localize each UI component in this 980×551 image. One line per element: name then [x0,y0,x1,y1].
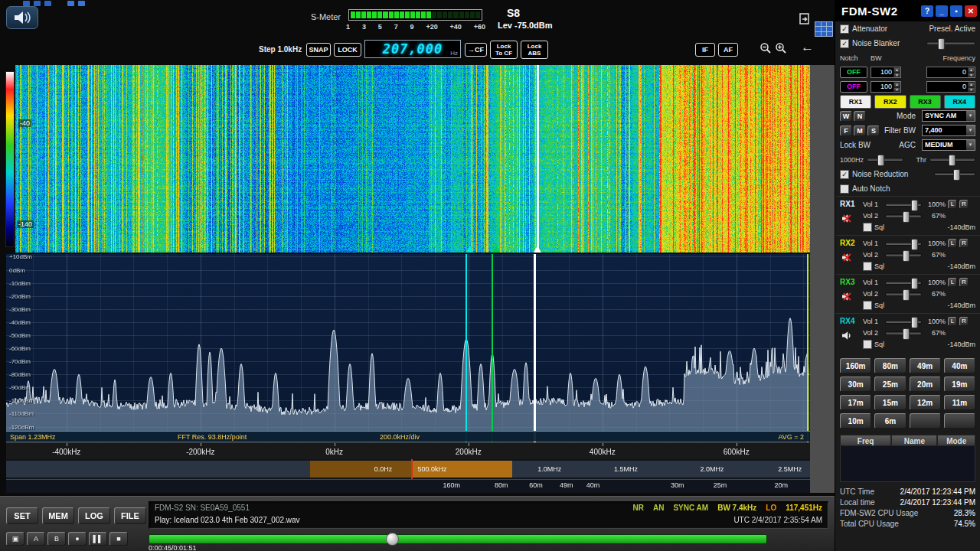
right-channel-button[interactable]: R [959,317,969,326]
band-button-empty[interactable] [944,413,975,429]
stop-button[interactable]: ■ [109,532,128,546]
af-spectrum-button[interactable]: AF [718,43,738,57]
lock-button[interactable]: LOCK [334,43,361,57]
bottom-button-mem[interactable]: MEM [42,507,74,524]
speaker-muted-icon[interactable] [841,214,852,225]
slider-thumb[interactable] [911,317,918,328]
filter-bw-dropdown[interactable]: 7,400 [922,125,975,136]
slider-thumb[interactable] [903,211,910,223]
lock-to-cf-button[interactable]: Lock To CF [490,41,518,59]
tab-rx4[interactable]: RX4 [944,95,975,109]
audio-output-button[interactable] [6,6,38,29]
slider-thumb[interactable] [953,169,960,181]
vol1-slider[interactable] [885,203,922,207]
help-button[interactable]: ? [921,5,933,17]
slider-thumb[interactable] [911,239,918,250]
vol2-slider[interactable] [885,331,922,335]
bottom-button-set[interactable]: SET [6,507,38,524]
mode-dropdown[interactable]: SYNC AM [922,110,975,122]
marker-b-button[interactable]: B [47,532,66,546]
chevron-down-icon[interactable] [966,140,975,150]
band-button-17m[interactable]: 17m [840,395,871,410]
marker-a-button[interactable]: A [27,532,45,546]
spinner-down-arrow[interactable]: ▼ [968,87,975,93]
band-button-30m[interactable]: 30m [840,377,871,392]
squelch-checkbox[interactable] [863,301,872,310]
band-button-10m[interactable]: 10m [840,413,871,429]
speaker-muted-icon[interactable] [841,292,852,303]
pause-button[interactable]: ▌▌ [89,532,107,546]
band-button-160m[interactable]: 160m [840,358,871,373]
zoom-out-icon[interactable] [760,42,772,57]
squelch-checkbox[interactable] [863,223,872,232]
band-button-19m[interactable]: 19m [944,377,975,392]
vol2-slider[interactable] [885,214,922,218]
band-button-49m[interactable]: 49m [910,358,941,373]
agc-dropdown[interactable]: MEDIUM [922,139,975,151]
spinner-down-arrow[interactable]: ▼ [968,73,975,78]
band-button-40m[interactable]: 40m [944,358,975,373]
left-channel-button[interactable]: L [948,200,957,209]
left-channel-button[interactable]: L [948,317,957,326]
right-channel-button[interactable]: R [959,278,969,287]
maximize-button[interactable]: ▪ [950,5,962,17]
slider-thumb[interactable] [949,155,956,166]
band-button-11m[interactable]: 11m [944,395,975,410]
notch-1-frequency-spinner[interactable]: 0▲▼ [926,67,975,78]
w-button[interactable]: W [840,111,852,122]
vol1-slider[interactable] [885,320,922,324]
auto-notch-checkbox[interactable] [840,184,849,194]
agc-1000hz-slider[interactable] [867,158,903,161]
notch-1-off-button[interactable]: OFF [840,67,867,78]
zoom-in-icon[interactable] [775,42,787,57]
m-button[interactable]: M [854,126,866,136]
band-button-80m[interactable]: 80m [874,358,906,373]
slider-thumb[interactable] [911,278,918,289]
slider-thumb[interactable] [911,200,918,211]
right-channel-button[interactable]: R [959,200,969,209]
bottom-button-log[interactable]: LOG [78,507,110,524]
f-button[interactable]: F [840,126,852,136]
notch-2-frequency-spinner[interactable]: 0▲▼ [926,81,975,93]
spectrum-display[interactable] [6,254,810,442]
noise-blanker-slider[interactable] [926,41,975,45]
move-to-center-frequency-button[interactable]: →CF [465,43,487,57]
band-button-empty[interactable] [910,413,941,429]
if-spectrum-button[interactable]: IF [695,43,715,57]
close-button[interactable]: ✕ [965,5,977,17]
slider-thumb[interactable] [903,328,910,340]
band-button-6m[interactable]: 6m [874,413,906,429]
bottom-button-file[interactable]: FILE [114,507,146,524]
right-channel-button[interactable]: R [959,239,969,248]
left-channel-button[interactable]: L [948,278,957,287]
playback-progress-bar[interactable] [149,534,767,544]
slider-thumb[interactable] [938,38,945,50]
record-button[interactable]: ● [68,532,87,546]
lock-abs-button[interactable]: Lock ABS [521,41,548,59]
vol1-slider[interactable] [885,242,922,246]
noise-blanker-checkbox[interactable] [840,39,849,48]
attenuator-checkbox[interactable] [840,24,849,34]
n-button[interactable]: N [854,111,866,122]
band-button-15m[interactable]: 15m [874,395,906,410]
band-button-20m[interactable]: 20m [910,377,941,392]
speaker-icon[interactable] [841,331,852,342]
slider-thumb[interactable] [903,289,910,301]
chevron-down-icon[interactable] [966,126,975,135]
tab-rx3[interactable]: RX3 [910,95,941,109]
layout-grid-icon[interactable] [815,21,833,37]
vol2-slider[interactable] [885,292,922,296]
vol1-slider[interactable] [885,281,922,285]
snap-button[interactable]: SNAP [306,43,331,57]
screenshot-icon[interactable] [798,12,812,29]
notch-2-bw-spinner[interactable]: 100▲▼ [871,81,901,93]
s-button[interactable]: S [867,126,880,136]
history-back-icon[interactable]: ← [801,40,814,55]
slider-thumb[interactable] [386,533,399,546]
tab-rx1[interactable]: RX1 [840,95,871,109]
vol2-slider[interactable] [885,253,922,257]
spinner-down-arrow[interactable]: ▼ [893,87,900,93]
slider-thumb[interactable] [877,155,884,166]
spinner-down-arrow[interactable]: ▼ [893,73,900,78]
band-button-25m[interactable]: 25m [874,377,906,392]
